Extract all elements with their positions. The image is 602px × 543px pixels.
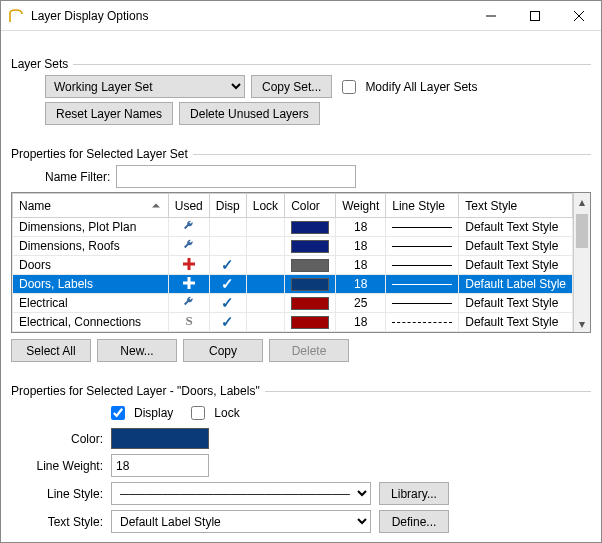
cell-used — [168, 237, 209, 256]
svg-rect-5 — [183, 263, 195, 266]
cell-linestyle[interactable] — [386, 275, 459, 294]
line-style-select[interactable]: ──────────────────────────── — [111, 482, 371, 505]
cell-lock[interactable] — [246, 294, 284, 313]
maximize-button[interactable] — [513, 1, 557, 31]
layer-table: Name Used Disp Lock Color Weight Line St… — [11, 192, 591, 333]
cell-disp[interactable] — [209, 237, 246, 256]
col-used[interactable]: Used — [168, 194, 209, 218]
text-style-select[interactable]: Default Label Style — [111, 510, 371, 533]
cell-weight: 18 — [336, 313, 386, 332]
table-row[interactable]: Dimensions, Plot Plan18Default Text Styl… — [13, 218, 573, 237]
reset-layer-names-button[interactable]: Reset Layer Names — [45, 102, 173, 125]
cell-lock[interactable] — [246, 313, 284, 332]
layer-sets-legend: Layer Sets — [11, 57, 73, 71]
scroll-up-arrow[interactable]: ▴ — [574, 193, 590, 210]
line-weight-input[interactable] — [111, 454, 209, 477]
cell-linestyle[interactable] — [386, 218, 459, 237]
cell-disp[interactable] — [209, 218, 246, 237]
cell-lock[interactable] — [246, 256, 284, 275]
table-row[interactable]: Electrical✓25Default Text Style — [13, 294, 573, 313]
col-name[interactable]: Name — [13, 194, 169, 218]
cell-color[interactable] — [285, 313, 336, 332]
check-icon: ✓ — [221, 256, 234, 273]
table-row[interactable]: Dimensions, Roofs18Default Text Style — [13, 237, 573, 256]
color-swatch-icon — [291, 297, 329, 310]
library-button[interactable]: Library... — [379, 482, 449, 505]
cell-used — [168, 218, 209, 237]
color-swatch[interactable] — [111, 428, 209, 449]
text-style-label: Text Style: — [31, 515, 103, 529]
line-style-icon — [392, 265, 452, 266]
used-icon — [181, 237, 197, 253]
cell-linestyle[interactable] — [386, 294, 459, 313]
color-swatch-icon — [291, 259, 329, 272]
cell-weight: 18 — [336, 218, 386, 237]
layer-set-select[interactable]: Working Layer Set — [45, 75, 245, 98]
col-weight[interactable]: Weight — [336, 194, 386, 218]
table-row[interactable]: Doors✓18Default Text Style — [13, 256, 573, 275]
cell-disp[interactable]: ✓ — [209, 294, 246, 313]
col-lock[interactable]: Lock — [246, 194, 284, 218]
modify-all-checkbox[interactable]: Modify All Layer Sets — [338, 77, 477, 97]
cell-disp[interactable]: ✓ — [209, 275, 246, 294]
copy-layer-button[interactable]: Copy — [183, 339, 263, 362]
selected-layer-legend: Properties for Selected Layer - "Doors, … — [11, 384, 265, 398]
svg-line-3 — [574, 11, 584, 21]
scroll-thumb[interactable] — [576, 214, 588, 248]
cell-color[interactable] — [285, 275, 336, 294]
col-linestyle[interactable]: Line Style — [386, 194, 459, 218]
cell-lock[interactable] — [246, 275, 284, 294]
check-icon: ✓ — [221, 275, 234, 292]
color-swatch-icon — [291, 316, 329, 329]
new-layer-button[interactable]: New... — [97, 339, 177, 362]
minimize-button[interactable] — [469, 1, 513, 31]
define-button[interactable]: Define... — [379, 510, 449, 533]
select-all-button[interactable]: Select All — [11, 339, 91, 362]
cell-disp[interactable]: ✓ — [209, 256, 246, 275]
table-row[interactable]: Doors, Labels✓18Default Label Style — [13, 275, 573, 294]
col-color[interactable]: Color — [285, 194, 336, 218]
modify-all-checkbox-input[interactable] — [342, 80, 356, 94]
titlebar: Layer Display Options — [1, 1, 601, 31]
cell-lock[interactable] — [246, 237, 284, 256]
name-filter-label: Name Filter: — [45, 170, 110, 184]
delete-unused-layers-button[interactable]: Delete Unused Layers — [179, 102, 320, 125]
color-label: Color: — [31, 432, 103, 446]
app-icon — [7, 7, 25, 25]
cell-name: Dimensions, Plot Plan — [13, 218, 169, 237]
cell-linestyle[interactable] — [386, 313, 459, 332]
col-disp[interactable]: Disp — [209, 194, 246, 218]
cell-color[interactable] — [285, 256, 336, 275]
display-checkbox[interactable]: Display — [107, 403, 173, 423]
cell-disp[interactable]: ✓ — [209, 313, 246, 332]
cell-color[interactable] — [285, 294, 336, 313]
selected-layer-group: Properties for Selected Layer - "Doors, … — [11, 374, 591, 533]
col-textstyle[interactable]: Text Style — [459, 194, 573, 218]
cell-color[interactable] — [285, 237, 336, 256]
lock-checkbox[interactable]: Lock — [187, 403, 239, 423]
delete-layer-button[interactable]: Delete — [269, 339, 349, 362]
line-style-icon — [392, 284, 452, 285]
color-swatch-icon — [291, 221, 329, 234]
table-row[interactable]: Electrical, ConnectionsS✓18Default Text … — [13, 313, 573, 332]
svg-line-2 — [574, 11, 584, 21]
cell-used — [168, 275, 209, 294]
cell-name: Doors — [13, 256, 169, 275]
cell-color[interactable] — [285, 218, 336, 237]
name-filter-input[interactable] — [116, 165, 356, 188]
lock-checkbox-input[interactable] — [191, 406, 205, 420]
table-scrollbar[interactable]: ▴ ▾ — [573, 193, 590, 332]
copy-set-button[interactable]: Copy Set... — [251, 75, 332, 98]
line-style-label: Line Style: — [31, 487, 103, 501]
cell-linestyle[interactable] — [386, 237, 459, 256]
cell-name: Doors, Labels — [13, 275, 169, 294]
display-checkbox-input[interactable] — [111, 406, 125, 420]
cell-lock[interactable] — [246, 218, 284, 237]
color-swatch-icon — [291, 278, 329, 291]
scroll-down-arrow[interactable]: ▾ — [574, 315, 590, 332]
close-button[interactable] — [557, 1, 601, 31]
line-style-icon — [392, 246, 452, 247]
cell-weight: 18 — [336, 275, 386, 294]
cell-textstyle: Default Text Style — [459, 218, 573, 237]
cell-linestyle[interactable] — [386, 256, 459, 275]
